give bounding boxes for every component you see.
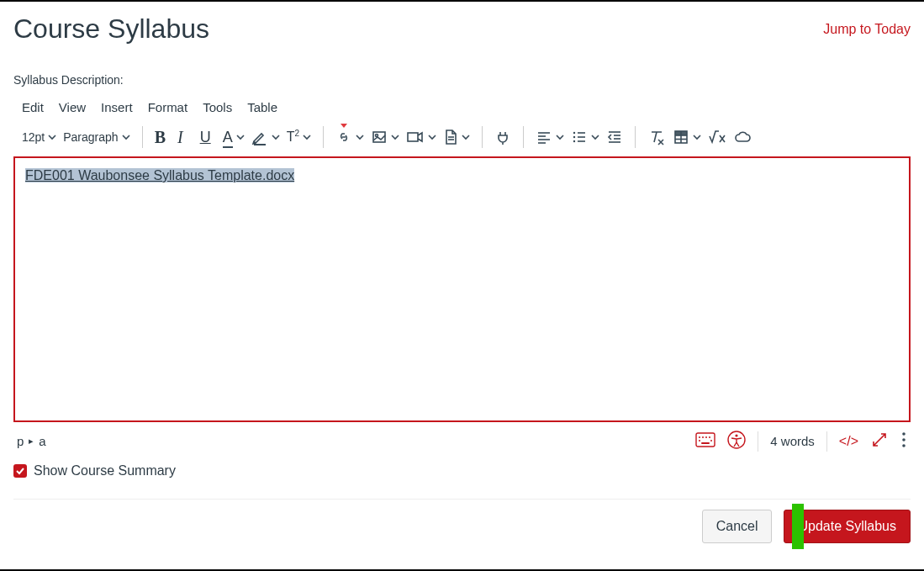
more-options-button[interactable] — [900, 431, 907, 452]
menu-table[interactable]: Table — [247, 100, 277, 114]
jump-to-today-link[interactable]: Jump to Today — [823, 22, 911, 37]
block-format-label: Paragraph — [63, 130, 118, 144]
chevron-down-icon — [556, 133, 564, 141]
font-size-label: 12pt — [22, 130, 45, 144]
keyboard-shortcuts-button[interactable] — [695, 432, 715, 450]
image-dropdown[interactable] — [371, 126, 399, 148]
italic-button[interactable]: I — [177, 126, 183, 148]
fullscreen-button[interactable] — [870, 431, 889, 452]
chevron-down-icon — [356, 133, 364, 141]
chevron-down-icon — [391, 133, 399, 141]
word-count: 4 words — [770, 434, 815, 448]
image-icon — [371, 129, 388, 145]
menu-insert[interactable]: Insert — [101, 100, 133, 114]
editor-toolbar: 12pt Paragraph B I U A T2 — [13, 123, 911, 156]
document-icon — [443, 129, 458, 145]
toolbar-separator — [523, 126, 524, 148]
equation-button[interactable] — [708, 126, 726, 148]
svg-point-27 — [702, 436, 704, 438]
a11y-checker-button[interactable] — [727, 431, 746, 452]
kebab-icon — [900, 431, 907, 449]
document-dropdown[interactable] — [443, 126, 470, 148]
bold-button[interactable]: B — [155, 126, 166, 148]
html-view-button[interactable]: </> — [839, 434, 858, 449]
block-format-dropdown[interactable]: Paragraph — [63, 126, 129, 148]
clear-format-icon — [647, 129, 666, 145]
editor-link-text: FDE001 Waubonsee Syllabus Template.docx — [25, 168, 294, 182]
editor-menubar: Edit View Insert Format Tools Table — [13, 95, 911, 123]
highlight-color-dropdown[interactable] — [251, 126, 280, 148]
show-course-summary-checkbox[interactable] — [13, 464, 27, 478]
svg-point-11 — [573, 136, 575, 138]
media-dropdown[interactable] — [406, 126, 436, 148]
cloud-embed-icon — [733, 129, 752, 145]
font-size-dropdown[interactable]: 12pt — [22, 126, 56, 148]
menu-tools[interactable]: Tools — [203, 100, 232, 114]
table-dropdown[interactable] — [673, 126, 701, 148]
chevron-down-icon — [303, 133, 311, 141]
svg-point-10 — [573, 132, 575, 134]
superscript-dropdown[interactable]: T2 — [287, 126, 311, 148]
align-dropdown[interactable] — [536, 126, 564, 148]
svg-point-12 — [573, 140, 575, 142]
align-left-icon — [536, 129, 552, 145]
accessibility-icon — [727, 431, 746, 449]
element-path-a[interactable]: a — [39, 434, 45, 448]
svg-point-26 — [699, 436, 700, 438]
chevron-down-icon — [591, 133, 599, 141]
chevron-down-icon — [236, 133, 245, 141]
rich-text-editor[interactable]: FDE001 Waubonsee Syllabus Template.docx — [13, 156, 911, 422]
clear-formatting-button[interactable] — [647, 126, 666, 148]
svg-point-29 — [709, 436, 710, 438]
editor-statusbar: p ▸ a 4 words </> — [13, 422, 911, 458]
svg-point-30 — [699, 440, 700, 441]
svg-point-31 — [710, 440, 712, 441]
svg-point-36 — [902, 438, 906, 441]
fullscreen-icon — [870, 431, 889, 449]
svg-rect-3 — [408, 133, 418, 141]
editor-link[interactable]: FDE001 Waubonsee Syllabus Template.docx — [25, 168, 294, 182]
menu-edit[interactable]: Edit — [22, 100, 44, 114]
element-path-separator: ▸ — [29, 436, 34, 447]
keyboard-icon — [695, 432, 715, 447]
menu-format[interactable]: Format — [148, 100, 188, 114]
link-icon — [335, 129, 352, 145]
bullet-list-icon — [571, 129, 588, 145]
list-dropdown[interactable] — [571, 126, 599, 148]
checkmark-icon — [15, 466, 25, 476]
svg-rect-24 — [675, 131, 687, 135]
page-title: Course Syllabus — [13, 13, 209, 45]
svg-point-35 — [902, 432, 906, 436]
element-path-p[interactable]: p — [17, 434, 24, 448]
footer-divider — [13, 499, 911, 500]
svg-point-37 — [902, 444, 906, 447]
chevron-down-icon — [693, 133, 701, 141]
apps-button[interactable] — [494, 126, 511, 148]
plug-icon — [494, 129, 511, 145]
media-icon — [406, 129, 425, 145]
show-course-summary-label: Show Course Summary — [34, 463, 176, 478]
link-dropdown[interactable] — [335, 126, 364, 148]
equation-icon — [708, 129, 726, 145]
status-separator — [758, 431, 758, 452]
text-color-dropdown[interactable]: A — [223, 126, 245, 148]
svg-point-34 — [736, 434, 738, 436]
chevron-down-icon — [462, 133, 470, 141]
chevron-down-icon — [122, 133, 130, 141]
underline-button[interactable]: U — [200, 126, 211, 148]
status-separator — [826, 431, 827, 452]
chevron-down-icon — [272, 133, 280, 141]
svg-rect-25 — [696, 433, 715, 447]
svg-point-28 — [705, 436, 707, 438]
chevron-down-icon — [428, 133, 436, 141]
highlighter-icon — [251, 129, 268, 145]
toolbar-separator — [142, 126, 143, 148]
footer-actions: Cancel Update Syllabus — [13, 510, 911, 543]
outdent-button[interactable] — [606, 126, 623, 148]
annotation-highlight — [792, 504, 804, 549]
syllabus-description-label: Syllabus Description: — [13, 73, 911, 87]
chevron-down-icon — [48, 133, 56, 141]
cancel-button[interactable]: Cancel — [702, 510, 773, 543]
menu-view[interactable]: View — [59, 100, 86, 114]
embed-button[interactable] — [733, 126, 752, 148]
